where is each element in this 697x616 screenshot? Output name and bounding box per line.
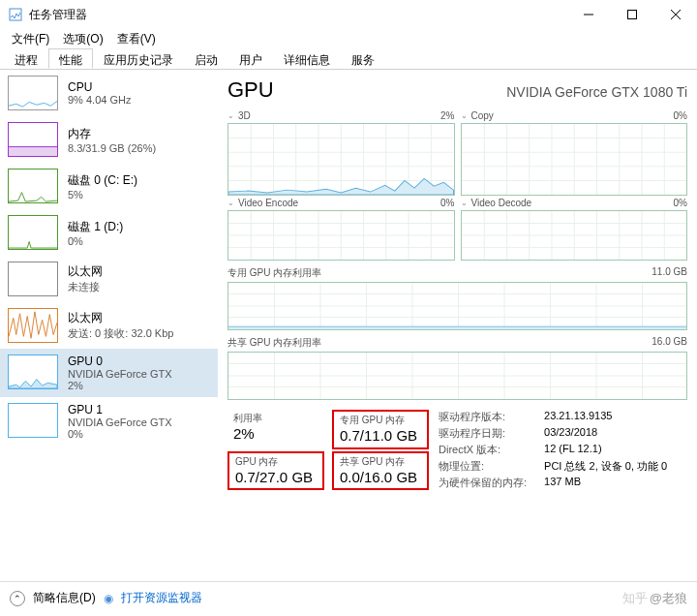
cpu-thumb — [8, 76, 58, 110]
menu-bar: 文件(F) 选项(O) 查看(V) — [0, 29, 697, 48]
chevron-up-icon[interactable]: ⌃ — [10, 591, 25, 606]
menu-file[interactable]: 文件(F) — [6, 29, 55, 48]
main-panel: GPU NVIDIA GeForce GTX 1080 Ti ⌄3D2% ⌄Co… — [218, 70, 697, 581]
resource-monitor-link[interactable]: 打开资源监视器 — [121, 590, 202, 606]
tab-services[interactable]: 服务 — [341, 48, 385, 69]
tab-processes[interactable]: 进程 — [4, 48, 48, 69]
eth2-thumb — [8, 308, 58, 343]
perf-icon: ◉ — [104, 592, 113, 605]
memory-thumb — [8, 122, 58, 157]
menu-options[interactable]: 选项(O) — [57, 29, 108, 48]
menu-view[interactable]: 查看(V) — [111, 29, 162, 48]
watermark: 知乎 @老狼 — [622, 590, 687, 607]
sidebar-item-disk0[interactable]: 磁盘 0 (C: E:)5% — [0, 163, 218, 209]
chart-shared-mem — [227, 352, 687, 400]
chart-3d — [227, 123, 455, 196]
chevron-down-icon[interactable]: ⌄ — [461, 111, 468, 120]
disk1-thumb — [8, 215, 58, 250]
gpu-info: 驱动程序版本:23.21.13.9135 驱动程序日期:03/23/2018 D… — [439, 410, 667, 490]
tab-startup[interactable]: 启动 — [184, 48, 228, 69]
eth1-thumb — [8, 262, 58, 296]
tab-performance[interactable]: 性能 — [48, 48, 93, 69]
title-bar: 任务管理器 — [0, 0, 697, 29]
panel-vdec-label: Video Decode — [471, 198, 674, 208]
sidebar-item-gpu1[interactable]: GPU 1NVIDIA GeForce GTX0% — [0, 397, 218, 446]
chart-vdec — [461, 210, 688, 261]
stat-dedicated-mem: 专用 GPU 内存 0.7/11.0 GB — [332, 410, 429, 449]
dedicated-mem-label: 专用 GPU 内存利用率 — [227, 266, 652, 280]
disk0-thumb — [8, 169, 58, 203]
sidebar-item-disk1[interactable]: 磁盘 1 (D:)0% — [0, 209, 218, 256]
chart-venc — [227, 210, 455, 261]
panel-3d-label: 3D — [238, 110, 440, 121]
gpu1-thumb — [8, 403, 58, 438]
sidebar-item-memory[interactable]: 内存8.3/31.9 GB (26%) — [0, 116, 218, 163]
tab-users[interactable]: 用户 — [228, 48, 273, 69]
sidebar-item-ethernet2[interactable]: 以太网发送: 0 接收: 32.0 Kbp — [0, 302, 218, 349]
shared-mem-label: 共享 GPU 内存利用率 — [227, 336, 652, 350]
svg-rect-5 — [9, 147, 57, 156]
chevron-down-icon[interactable]: ⌄ — [227, 111, 234, 120]
chart-copy — [461, 123, 688, 196]
stat-shared-mem: 共享 GPU 内存 0.0/16.0 GB — [332, 451, 429, 491]
panel-copy-label: Copy — [471, 110, 674, 121]
footer: ⌃ 简略信息(D) ◉ 打开资源监视器 知乎 @老狼 — [0, 581, 697, 614]
page-title: GPU — [227, 77, 506, 103]
minimize-button[interactable] — [566, 0, 610, 29]
sidebar-item-ethernet1[interactable]: 以太网未连接 — [0, 256, 218, 302]
svg-rect-2 — [627, 11, 636, 19]
gpu-name: NVIDIA GeForce GTX 1080 Ti — [506, 84, 687, 100]
chevron-down-icon[interactable]: ⌄ — [227, 199, 234, 207]
close-button[interactable] — [653, 0, 697, 29]
panel-venc-label: Video Encode — [238, 198, 440, 208]
gpu0-thumb — [8, 354, 58, 389]
stat-gpu-mem: GPU 内存 0.7/27.0 GB — [227, 451, 324, 491]
tab-app-history[interactable]: 应用历史记录 — [93, 48, 184, 69]
tab-details[interactable]: 详细信息 — [273, 48, 341, 69]
app-icon — [8, 7, 23, 22]
brief-info-link[interactable]: 简略信息(D) — [33, 590, 96, 606]
chart-dedicated-mem — [227, 282, 687, 330]
sidebar-item-gpu0[interactable]: GPU 0NVIDIA GeForce GTX2% — [0, 349, 218, 397]
stat-utilization: 利用率 2% — [227, 410, 324, 449]
maximize-button[interactable] — [610, 0, 653, 29]
chevron-down-icon[interactable]: ⌄ — [461, 199, 468, 207]
window-title: 任务管理器 — [29, 7, 566, 23]
tab-bar: 进程 性能 应用历史记录 启动 用户 详细信息 服务 — [0, 48, 697, 70]
sidebar: CPU9% 4.04 GHz 内存8.3/31.9 GB (26%) 磁盘 0 … — [0, 70, 218, 581]
sidebar-item-cpu[interactable]: CPU9% 4.04 GHz — [0, 70, 218, 116]
